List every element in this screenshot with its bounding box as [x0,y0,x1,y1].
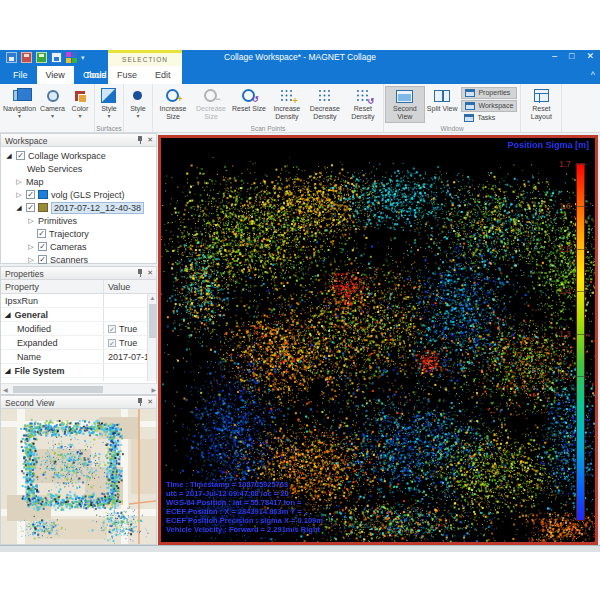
reset-size-button[interactable]: ↺ Reset Size [230,86,268,123]
window-bottom-edge [0,545,600,552]
close-button[interactable]: ✕ [586,51,594,61]
scrollbar-thumb[interactable] [149,304,156,338]
decrease-size-button: − Decrease Size [192,86,230,123]
properties-toggle[interactable]: Properties [461,87,517,99]
maximize-button[interactable]: □ [569,51,574,61]
property-name: General [14,310,48,320]
tree-item-primitives[interactable]: ▷ Primitives [3,214,156,227]
property-group-general[interactable]: ◢General [1,308,156,322]
expander-icon[interactable]: ▷ [15,191,23,199]
tab-file[interactable]: File [4,66,37,84]
tab-view[interactable]: View [37,66,74,84]
close-icon[interactable]: ✕ [147,269,153,277]
app-window: ▾ Collage Workspace* - MAGNET Collage – … [0,50,600,552]
column-header-value[interactable]: Value [104,280,156,293]
tree-label: Collage Workspace [28,151,106,161]
decrease-density-icon [319,90,331,102]
expander-icon[interactable]: ◢ [15,204,23,212]
tree-label: Map [26,177,44,187]
decrease-density-button[interactable]: Decrease Density [306,86,344,123]
tree-item-scanners[interactable]: ▷ ✓ Scanners [3,253,156,266]
workspace-panel-title: Workspace ✕ [1,134,156,147]
split-view-label: Split View [427,105,458,113]
close-icon[interactable]: ✕ [147,136,153,144]
workspace-toggle[interactable]: Workspace [461,100,517,112]
tree-item-map[interactable]: ▷ Map [3,175,156,188]
increase-size-button[interactable]: + Increase Size [154,86,192,123]
navigation-button[interactable]: Navigation ▾ [1,86,38,123]
expander-icon[interactable]: ▷ [27,256,35,264]
tree-item-web-services[interactable]: Web Services [3,162,156,175]
tab-fuse[interactable]: Fuse [108,66,146,84]
tree-item-volg-project[interactable]: ▷ ✓ volg (GLS Project) [3,188,156,201]
checkbox[interactable]: ✓ [38,242,47,251]
style-points-button[interactable]: Style ▾ [125,86,151,123]
expander-icon[interactable]: ◢ [5,152,13,160]
checkbox[interactable]: ✓ [38,255,47,264]
overlay-line-wgs84: WGS-84 Position : lat = 55.78417 lon = [164,498,303,507]
checkbox[interactable]: ✓ [16,151,25,160]
tasks-toggle[interactable]: Tasks [461,113,517,123]
horizontal-scrollbar[interactable]: ◀ ▶ [1,383,158,394]
properties-panel-title-text: Properties [5,269,44,279]
property-group-file-system[interactable]: ◢File System [1,364,156,378]
checkbox: ✓ [108,325,116,333]
scroll-left-icon[interactable]: ◀ [3,386,8,393]
tree-item-run-2017-07-12[interactable]: ◢ ✓ 2017-07-12_12-40-38 [3,201,156,214]
reset-density-button[interactable]: ↺ Reset Density [344,86,382,123]
navigation-icon [13,90,26,101]
reset-size-icon: ↺ [242,89,255,102]
tab-edit[interactable]: Edit [146,66,180,84]
ribbon-tab-row: File View Cloud SELECTION Tools Fuse Edi… [0,66,600,84]
expander-icon[interactable]: ▷ [27,243,35,251]
close-icon[interactable]: ✕ [147,398,153,406]
decrease-size-icon: − [204,89,217,102]
workspace-toggle-label: Workspace [478,102,513,109]
pin-icon[interactable] [135,398,143,406]
vertical-scrollbar[interactable]: ▲ ▼ [147,294,156,381]
color-button[interactable]: Color ▾ [67,86,93,123]
increase-density-button[interactable]: + Increase Density [268,86,306,123]
pin-icon[interactable] [135,269,143,277]
checkbox[interactable]: ✓ [37,229,46,238]
tree-item-collage-workspace[interactable]: ◢ ✓ Collage Workspace [3,149,156,162]
checkbox[interactable]: ✓ [26,190,35,199]
property-row[interactable]: Modified ✓True [1,322,156,336]
scroll-up-icon[interactable]: ▲ [148,295,156,301]
scrollbar-thumb[interactable] [13,386,103,393]
tree-item-cameras[interactable]: ▷ ✓ Cameras [3,240,156,253]
second-view-button[interactable]: Second View [385,86,425,123]
overlay-line-ecef-precision: ECEF Position Precision : sigma X = 0.10… [164,516,325,525]
second-view-map[interactable] [1,409,156,544]
pin-icon[interactable] [135,136,143,144]
overlay-line-velocity: Vehicle Velocity : Forward = 2.291m/s Ri… [164,525,322,534]
split-view-button[interactable]: Split View [425,86,460,123]
column-header-property[interactable]: Property [1,280,104,293]
tasks-toggle-label: Tasks [477,114,495,121]
property-row[interactable]: Directory L/Freydin/_ [1,378,156,381]
style-label: Style [101,105,117,113]
colorbar-tick: 1.5 [551,244,571,254]
checkbox[interactable]: ✓ [26,203,35,212]
minimize-button[interactable]: – [552,51,557,61]
camera-label: Camera [40,105,65,113]
collapse-ribbon-icon[interactable]: ^ [591,70,595,80]
property-name: Expanded [1,336,104,349]
expander-icon[interactable]: ▷ [15,178,23,186]
tree-label: Scanners [50,255,88,265]
tree-item-trajectory[interactable]: ✓ Trajectory [3,227,156,240]
reset-layout-button[interactable]: Reset Layout [522,86,560,123]
tree-label: 2017-07-12_12-40-38 [51,202,144,214]
property-grid: Property Value IpsxRun ◢General Modified… [1,280,156,381]
point-style-icon [133,91,142,100]
property-row[interactable]: IpsxRun [1,294,156,308]
run-icon [38,203,48,212]
expander-icon[interactable]: ▷ [27,217,35,225]
camera-button[interactable]: Camera ▾ [38,86,67,123]
style-surfaces-button[interactable]: Style ▾ [96,86,122,123]
property-name: Modified [1,322,104,335]
tasks-window-icon [464,114,474,122]
property-row[interactable]: Name 2017-07-12 [1,350,156,364]
scroll-right-icon[interactable]: ▶ [151,386,156,393]
property-row[interactable]: Expanded ✓True [1,336,156,350]
